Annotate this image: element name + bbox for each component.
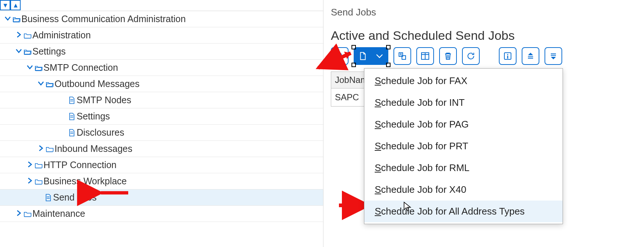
info-button[interactable] <box>499 47 517 65</box>
tree-item-business-workplace[interactable]: Business Workplace <box>0 173 323 189</box>
menu-item-prt[interactable]: Schedule Job for PRT <box>364 135 563 157</box>
tree-item-label: Settings <box>77 111 110 122</box>
menu-item-pag[interactable]: Schedule Job for PAG <box>364 114 563 135</box>
tree-item-label: Business Workplace <box>43 176 127 187</box>
tree-item-label: Settings <box>32 46 66 57</box>
tree-item-inbound-messages[interactable]: Inbound Messages <box>0 141 323 157</box>
nav-tree: Business Communication Administration Ad… <box>0 11 323 222</box>
tree-item-label: SMTP Connection <box>43 62 118 73</box>
chevron-right-icon[interactable] <box>26 177 34 186</box>
chevron-down-icon[interactable] <box>15 47 23 56</box>
document-icon <box>67 96 77 104</box>
refresh-button[interactable] <box>462 47 480 65</box>
tree-item-settings-leaf[interactable]: · Settings <box>0 108 323 125</box>
tree-item-settings[interactable]: Settings <box>0 44 323 60</box>
tree-toolbar: ▾▴ <box>0 0 323 11</box>
job-details-button[interactable] <box>393 47 411 65</box>
document-icon <box>43 194 53 202</box>
chevron-right-icon[interactable] <box>15 31 23 40</box>
menu-item-all-address-types[interactable]: Schedule Job for All Address Types <box>364 201 563 222</box>
chevron-down-icon[interactable] <box>26 63 34 73</box>
svg-point-11 <box>507 54 508 55</box>
chevron-down-icon <box>371 53 388 59</box>
sort-asc-button[interactable] <box>522 47 539 65</box>
tree-item-label: Administration <box>32 30 91 41</box>
tree-item-business-comm-admin[interactable]: Business Communication Administration <box>0 11 323 27</box>
folder-icon <box>23 211 32 217</box>
toolbar <box>331 47 644 65</box>
tree-item-label: Send Jobs <box>53 192 97 203</box>
folder-open-icon <box>12 16 21 22</box>
chevron-right-icon[interactable] <box>15 209 23 219</box>
chevron-down-icon[interactable] <box>4 14 12 24</box>
folder-icon <box>34 178 43 185</box>
tree-item-label: Outbound Messages <box>55 79 140 89</box>
menu-item-rml[interactable]: Schedule Job for RML <box>364 157 563 179</box>
tree-item-label: HTTP Connection <box>43 160 116 170</box>
folder-open-icon <box>34 65 43 71</box>
page-title: Active and Scheduled Send Jobs <box>331 28 644 43</box>
document-icon <box>67 129 77 137</box>
tree-item-label: Maintenance <box>32 208 85 219</box>
tree-item-label: Inbound Messages <box>55 143 132 154</box>
svg-line-2 <box>341 57 343 60</box>
folder-open-icon <box>23 48 32 55</box>
sort-desc-button[interactable] <box>545 47 562 65</box>
folder-icon <box>34 162 43 168</box>
delete-button[interactable] <box>439 47 457 65</box>
document-icon <box>67 112 77 121</box>
columns-button[interactable] <box>416 47 434 65</box>
schedule-job-menu: Schedule Job for FAX Schedule Job for IN… <box>364 68 563 224</box>
tree-item-http-connection[interactable]: HTTP Connection <box>0 157 323 173</box>
tree-item-outbound-messages[interactable]: Outbound Messages <box>0 76 323 92</box>
tree-collapse-down-button[interactable]: ▾ <box>0 0 10 10</box>
tree-item-send-jobs[interactable]: · Send Jobs <box>0 189 323 206</box>
menu-item-x40[interactable]: Schedule Job for X40 <box>364 179 563 201</box>
tree-item-label: Business Communication Administration <box>21 14 186 24</box>
tree-item-smtp-connection[interactable]: SMTP Connection <box>0 60 323 76</box>
menu-item-fax[interactable]: Schedule Job for FAX <box>364 70 563 92</box>
chevron-right-icon[interactable] <box>26 160 34 170</box>
chevron-right-icon[interactable] <box>37 144 45 154</box>
folder-icon <box>23 32 32 39</box>
breadcrumb: Send Jobs <box>331 7 644 18</box>
menu-item-int[interactable]: Schedule Job for INT <box>364 92 563 114</box>
tree-item-maintenance[interactable]: Maintenance <box>0 206 323 222</box>
folder-icon <box>45 146 55 152</box>
chevron-down-icon[interactable] <box>37 79 45 89</box>
tree-collapse-up-button[interactable]: ▴ <box>10 0 21 10</box>
document-icon <box>354 52 371 60</box>
create-job-dropdown[interactable] <box>354 47 388 65</box>
find-button[interactable] <box>331 47 349 65</box>
tree-item-administration[interactable]: Administration <box>0 27 323 44</box>
tree-item-label: SMTP Nodes <box>77 95 131 105</box>
tree-item-disclosures[interactable]: · Disclosures <box>0 125 323 141</box>
svg-point-1 <box>336 53 342 58</box>
folder-open-icon <box>45 81 55 87</box>
svg-rect-12 <box>507 56 508 59</box>
tree-item-label: Disclosures <box>77 127 124 138</box>
tree-item-smtp-nodes[interactable]: · SMTP Nodes <box>0 92 323 108</box>
